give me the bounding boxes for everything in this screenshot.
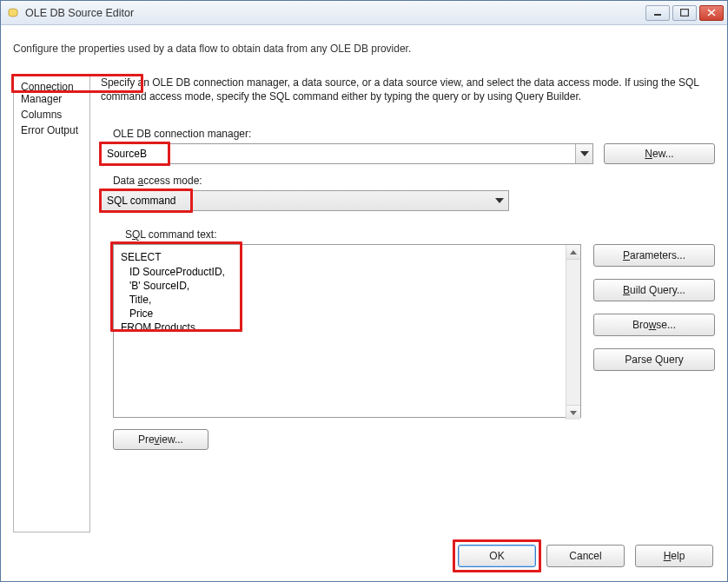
dialog-description: Configure the properties used by a data … xyxy=(13,37,715,55)
build-query-button[interactable]: Build Query... xyxy=(593,279,715,301)
parameters-button[interactable]: Parameters... xyxy=(593,244,715,267)
instruction-text: Specify an OLE DB connection manager, a … xyxy=(101,76,715,103)
connection-manager-select[interactable]: SourceB xyxy=(101,143,593,164)
category-list[interactable]: Connection Manager Columns Error Output xyxy=(13,76,90,532)
sidebar-item-columns[interactable]: Columns xyxy=(17,108,89,123)
sidebar-item-error-output[interactable]: Error Output xyxy=(17,123,89,139)
dialog-window: OLE DB Source Editor Configure the prope… xyxy=(0,0,728,582)
window-title: OLE DB Source Editor xyxy=(25,7,645,19)
scroll-down-icon[interactable] xyxy=(566,405,580,420)
sql-text-container xyxy=(113,244,581,420)
sql-command-text-input[interactable] xyxy=(113,244,581,418)
ok-button[interactable]: OK xyxy=(458,545,536,567)
minimize-button[interactable] xyxy=(645,5,670,21)
svg-rect-2 xyxy=(681,10,689,17)
dropdown-arrow-icon xyxy=(575,144,592,163)
sidebar-item-label: Columns xyxy=(21,109,62,121)
connection-manager-label: OLE DB connection manager: xyxy=(113,128,715,140)
sidebar-item-connection-manager[interactable]: Connection Manager xyxy=(17,80,89,108)
sql-command-text-label: SQL command text: xyxy=(125,228,715,241)
maximize-button[interactable] xyxy=(672,5,697,21)
new-connection-button[interactable]: New... xyxy=(604,143,715,164)
app-icon xyxy=(6,6,20,20)
sidebar-item-label: Error Output xyxy=(21,124,78,136)
scrollbar[interactable] xyxy=(566,245,580,420)
client-area: Configure the properties used by a data … xyxy=(1,25,727,581)
preview-button[interactable]: Preview... xyxy=(113,429,208,450)
data-access-mode-value: SQL command xyxy=(102,195,491,207)
dialog-footer: OK Cancel Help xyxy=(13,532,715,571)
close-button[interactable] xyxy=(699,5,724,21)
parse-query-button[interactable]: Parse Query xyxy=(593,348,715,371)
data-access-mode-select[interactable]: SQL command xyxy=(101,190,509,211)
browse-button[interactable]: Browse... xyxy=(593,314,715,336)
scroll-up-icon[interactable] xyxy=(566,245,580,260)
dropdown-arrow-icon xyxy=(491,191,508,210)
titlebar: OLE DB Source Editor xyxy=(1,1,727,25)
svg-rect-1 xyxy=(654,14,661,16)
sidebar-item-label: Connection Manager xyxy=(21,81,74,105)
sql-side-buttons: Parameters... Build Query... Browse... P… xyxy=(593,244,715,371)
connection-manager-value: SourceB xyxy=(102,148,575,160)
main-panel: Specify an OLE DB connection manager, a … xyxy=(101,76,715,532)
window-buttons xyxy=(645,5,724,21)
cancel-button[interactable]: Cancel xyxy=(546,545,625,567)
help-button[interactable]: Help xyxy=(635,545,713,567)
data-access-mode-label: Data access mode: xyxy=(113,175,715,187)
